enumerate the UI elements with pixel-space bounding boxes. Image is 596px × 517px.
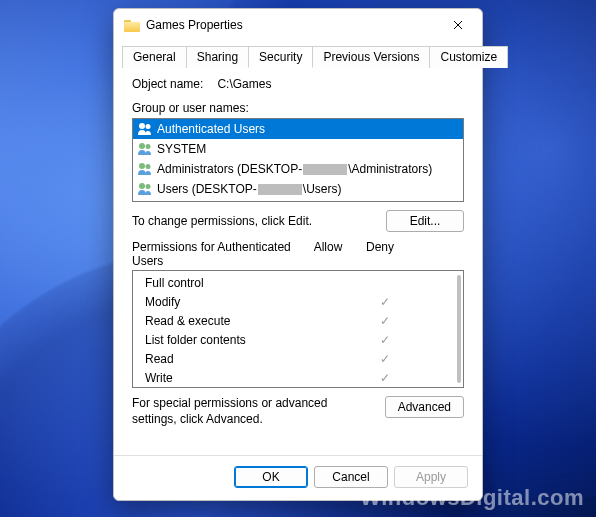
- principal-row[interactable]: Authenticated Users: [133, 119, 463, 139]
- deny-column-header: Deny: [354, 240, 406, 268]
- svg-point-7: [146, 184, 151, 189]
- allow-cell: ✓: [359, 371, 411, 385]
- principal-row[interactable]: Users (DESKTOP-\Users): [133, 179, 463, 199]
- permission-name: Full control: [145, 276, 359, 290]
- check-icon: ✓: [380, 372, 390, 384]
- svg-point-5: [146, 164, 151, 169]
- permission-row: List folder contents✓: [133, 330, 463, 349]
- principal-row[interactable]: Administrators (DESKTOP-\Administrators): [133, 159, 463, 179]
- titlebar: Games Properties: [114, 9, 482, 41]
- svg-point-1: [146, 124, 151, 129]
- tab-general[interactable]: General: [122, 46, 187, 68]
- svg-point-4: [139, 163, 145, 169]
- group-user-label: Group or user names:: [132, 101, 464, 115]
- close-button[interactable]: [438, 11, 478, 39]
- principal-row[interactable]: SYSTEM: [133, 139, 463, 159]
- principals-listbox[interactable]: Authenticated UsersSYSTEMAdministrators …: [132, 118, 464, 202]
- svg-point-3: [146, 144, 151, 149]
- edit-hint: To change permissions, click Edit.: [132, 214, 312, 228]
- properties-dialog: Games Properties General Sharing Securit…: [113, 8, 483, 501]
- tab-sharing[interactable]: Sharing: [186, 46, 249, 68]
- advanced-button[interactable]: Advanced: [385, 396, 464, 418]
- permission-row: Read & execute✓: [133, 311, 463, 330]
- permission-name: Write: [145, 371, 359, 385]
- permission-name: Read & execute: [145, 314, 359, 328]
- advanced-hint: For special permissions or advanced sett…: [132, 396, 385, 427]
- ok-button[interactable]: OK: [234, 466, 308, 488]
- close-icon: [453, 20, 463, 30]
- permissions-for-label: Permissions for Authenticated Users: [132, 240, 302, 268]
- security-pane: Object name: C:\Games Group or user name…: [114, 67, 482, 455]
- permission-name: List folder contents: [145, 333, 359, 347]
- svg-point-2: [139, 143, 145, 149]
- check-icon: ✓: [380, 334, 390, 346]
- check-icon: ✓: [380, 296, 390, 308]
- check-icon: ✓: [380, 353, 390, 365]
- tab-strip: General Sharing Security Previous Versio…: [114, 45, 482, 67]
- permissions-listbox[interactable]: Full controlModify✓Read & execute✓List f…: [132, 270, 464, 388]
- tab-previous-versions[interactable]: Previous Versions: [312, 46, 430, 68]
- cancel-button[interactable]: Cancel: [314, 466, 388, 488]
- svg-point-0: [139, 123, 145, 129]
- tab-customize[interactable]: Customize: [429, 46, 508, 68]
- dialog-footer: OK Cancel Apply: [114, 455, 482, 500]
- permission-row: Write✓: [133, 368, 463, 387]
- object-name-label: Object name:: [132, 77, 203, 91]
- permission-row: Full control: [133, 273, 463, 292]
- permission-row: Modify✓: [133, 292, 463, 311]
- allow-column-header: Allow: [302, 240, 354, 268]
- allow-cell: ✓: [359, 352, 411, 366]
- permission-name: Modify: [145, 295, 359, 309]
- scrollbar[interactable]: [457, 275, 461, 383]
- object-name-value: C:\Games: [217, 77, 271, 91]
- folder-icon: [124, 19, 140, 32]
- permission-row: Read✓: [133, 349, 463, 368]
- allow-cell: ✓: [359, 295, 411, 309]
- edit-button[interactable]: Edit...: [386, 210, 464, 232]
- window-title: Games Properties: [146, 18, 438, 32]
- apply-button[interactable]: Apply: [394, 466, 468, 488]
- tab-security[interactable]: Security: [248, 46, 313, 68]
- svg-point-6: [139, 183, 145, 189]
- permissions-header: Permissions for Authenticated Users Allo…: [132, 240, 464, 268]
- check-icon: ✓: [380, 315, 390, 327]
- allow-cell: ✓: [359, 314, 411, 328]
- object-name-row: Object name: C:\Games: [132, 77, 464, 91]
- allow-cell: ✓: [359, 333, 411, 347]
- permission-name: Read: [145, 352, 359, 366]
